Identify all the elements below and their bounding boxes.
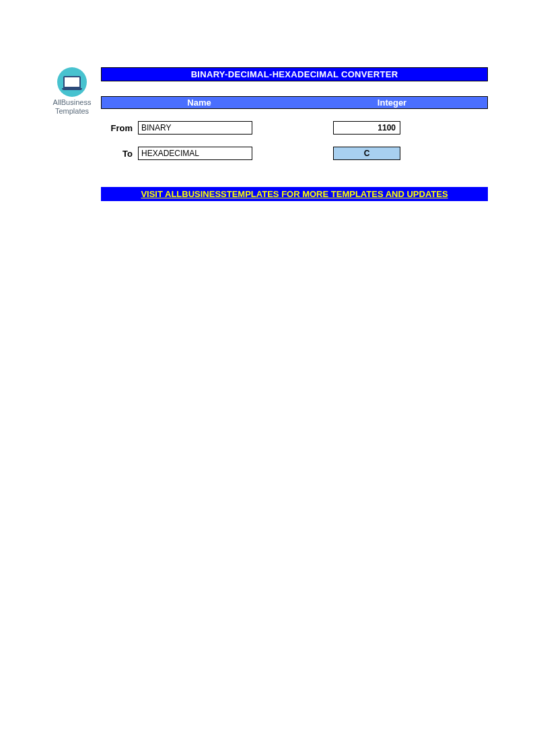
logo: AllBusiness Templates (52, 67, 92, 115)
from-integer-input[interactable]: 1100 (333, 121, 400, 135)
from-name-input[interactable]: BINARY (138, 121, 252, 135)
logo-circle (57, 67, 87, 97)
visit-link[interactable]: VISIT ALLBUSINESSTEMPLATES FOR MORE TEMP… (101, 187, 488, 201)
page-title: BINARY-DECIMAL-HEXADECIMAL CONVERTER (101, 67, 488, 81)
logo-text-line1: AllBusiness (52, 98, 92, 107)
to-label: To (101, 149, 138, 159)
header-name: Name (102, 97, 297, 108)
table-header: Name Integer (101, 96, 488, 109)
to-integer-output: C (333, 147, 400, 160)
logo-text-line2: Templates (52, 107, 92, 116)
to-name-input[interactable]: HEXADECIMAL (138, 147, 252, 160)
laptop-icon (63, 76, 81, 88)
header-integer: Integer (297, 97, 487, 108)
from-label: From (101, 123, 138, 133)
row-from: From BINARY 1100 (101, 121, 488, 135)
row-to: To HEXADECIMAL C (101, 147, 488, 160)
